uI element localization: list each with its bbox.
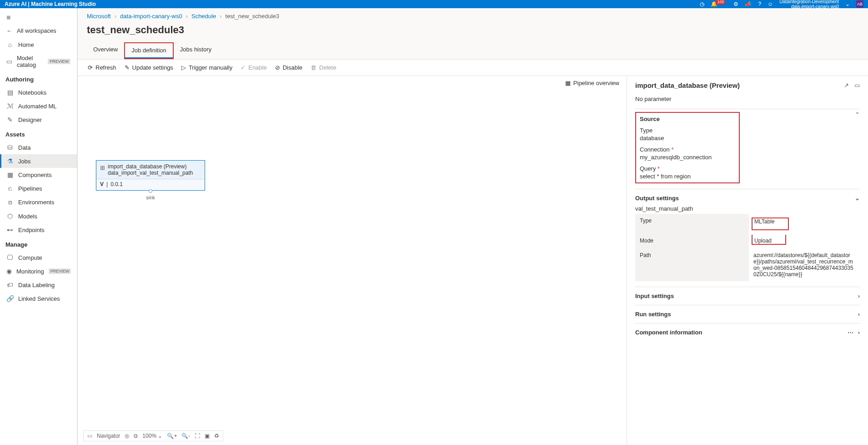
breadcrumb-link[interactable]: data-import-canary-ws0: [120, 13, 182, 20]
check-icon: ✓: [241, 64, 246, 71]
chevron-down-icon: ⌄: [855, 195, 860, 202]
canvas-footer: ▭ Navigator ◎ ⧉ 100% ⌄ 🔍+ 🔍- ⛶ ▣ ♻: [83, 430, 223, 441]
field-label: Connection *: [640, 146, 735, 153]
refresh-button[interactable]: ⟳Refresh: [88, 64, 116, 71]
section-title: Output settings: [635, 195, 679, 202]
sidebar-item-home[interactable]: ⌂ Home: [0, 38, 77, 51]
tab-jobs-history[interactable]: Jobs history: [174, 42, 218, 59]
zoom-in-icon[interactable]: 🔍+: [167, 433, 177, 439]
sidebar-item-environments[interactable]: ⧈Environments: [0, 195, 77, 209]
preview-badge: PREVIEW: [48, 59, 70, 64]
fit-icon[interactable]: ⛶: [195, 433, 200, 439]
chevron-right-icon: ›: [858, 329, 860, 336]
sidebar-item-compute[interactable]: 🖵Compute: [0, 251, 77, 264]
sink-port[interactable]: [149, 189, 152, 193]
sink-label: sink: [146, 195, 155, 200]
disable-button[interactable]: ⊘Disable: [275, 64, 302, 71]
target-icon[interactable]: ◎: [125, 433, 129, 439]
back-all-workspaces[interactable]: ← All workspaces: [0, 24, 77, 38]
app-title: Azure AI | Machine Learning Studio: [5, 1, 96, 7]
version-letter: V: [100, 181, 104, 187]
out-label: Path: [635, 248, 749, 281]
breadcrumb-link[interactable]: Schedule: [191, 13, 216, 20]
pipeline-node[interactable]: ⊞ import_data_database (Preview) data_im…: [96, 160, 205, 191]
sidebar-item-endpoints[interactable]: ⊷Endpoints: [0, 223, 77, 237]
section-manage: Manage: [0, 237, 77, 251]
tag-icon: 🏷: [6, 281, 14, 288]
endpoint-icon: ⊷: [6, 226, 14, 233]
autolayout-icon[interactable]: ♻: [214, 433, 219, 439]
sidebar-item-label: All workspaces: [17, 27, 56, 34]
tab-overview[interactable]: Overview: [87, 42, 124, 59]
zoom-dropdown[interactable]: 100% ⌄: [142, 433, 162, 439]
sidebar-item-label: Models: [18, 213, 37, 220]
output-name: val_test_manual_path: [635, 205, 860, 212]
sidebar-item-designer[interactable]: ✎Designer: [0, 113, 77, 126]
update-settings-button[interactable]: ✎Update settings: [125, 64, 173, 71]
run-settings-section[interactable]: Run settings ›: [635, 305, 860, 323]
section-title: Input settings: [635, 293, 674, 299]
workspace-switcher[interactable]: DataIntegration-Development data-import-…: [779, 0, 839, 9]
sidebar-item-pipelines[interactable]: ⎌Pipelines: [0, 182, 77, 195]
sidebar-item-label: Notebooks: [18, 89, 46, 96]
chevron-down-icon[interactable]: ⌄: [855, 108, 860, 115]
sidebar-item-models[interactable]: ⬡Models: [0, 209, 77, 223]
sidebar-item-label: Components: [18, 172, 52, 178]
chevron-down-icon[interactable]: ⌄: [845, 1, 850, 7]
sidebar-item-datalabeling[interactable]: 🏷Data Labeling: [0, 278, 77, 292]
refresh-icon: ⟳: [88, 64, 93, 71]
components-icon: ▦: [6, 171, 14, 178]
source-header[interactable]: Source: [640, 116, 735, 122]
btn-label: Update settings: [132, 64, 173, 71]
smiley-icon[interactable]: ☺: [768, 1, 773, 7]
field-label: Type: [640, 127, 735, 134]
node-title: import_data_database (Preview): [108, 163, 193, 170]
link-label: Pipeline overview: [573, 80, 619, 86]
avatar[interactable]: AB: [856, 0, 863, 8]
canvas[interactable]: ▦ Pipeline overview ⊞ import_data_databa…: [78, 76, 627, 445]
sidebar-item-linkedservices[interactable]: 🔗Linked Services: [0, 292, 77, 305]
out-value: MLTable: [749, 214, 860, 234]
sidebar-item-components[interactable]: ▦Components: [0, 168, 77, 182]
trash-icon: 🗑: [311, 64, 316, 71]
sidebar-item-jobs[interactable]: ⚗Jobs: [0, 154, 77, 168]
notification-icon[interactable]: 🔔100: [711, 1, 727, 7]
hamburger-icon[interactable]: ≡: [0, 12, 77, 24]
trigger-button[interactable]: ▷Trigger manually: [181, 64, 232, 71]
automl-icon: ℳ: [6, 102, 14, 110]
data-icon: ⛁: [6, 144, 14, 151]
node-subtitle: data_import_val_test_manual_path: [108, 170, 193, 176]
link-icon: 🔗: [6, 295, 14, 302]
output-settings-section: Output settings ⌄ val_test_manual_path T…: [635, 189, 860, 287]
sidebar-item-automl[interactable]: ℳAutomated ML: [0, 99, 77, 113]
output-header[interactable]: Output settings ⌄: [635, 195, 860, 202]
sidebar-item-data[interactable]: ⛁Data: [0, 141, 77, 154]
sidebar-item-monitoring[interactable]: ◉MonitoringPREVIEW: [0, 264, 77, 278]
sidebar-item-model-catalog[interactable]: ▭ Model catalog PREVIEW: [0, 51, 77, 71]
toolbar: ⟳Refresh ✎Update settings ▷Trigger manua…: [78, 60, 868, 76]
zoom-out-icon[interactable]: 🔍-: [181, 433, 190, 439]
expand-icon[interactable]: ↗: [844, 82, 849, 89]
input-settings-section[interactable]: Input settings ›: [635, 287, 860, 305]
zoom-value: 100%: [142, 433, 156, 439]
tab-job-definition[interactable]: Job definition: [125, 43, 173, 58]
actual-size-icon[interactable]: ▣: [205, 433, 210, 439]
component-info-section[interactable]: Component information ⋯ ›: [635, 323, 860, 341]
megaphone-icon[interactable]: 📣: [745, 1, 752, 7]
chevron-right-icon: ›: [858, 293, 860, 299]
sidebar-item-label: Linked Services: [18, 295, 60, 302]
gear-icon[interactable]: ⚙: [733, 1, 738, 7]
breadcrumb-link[interactable]: Microsoft: [87, 13, 111, 20]
map-icon[interactable]: ▭: [87, 433, 92, 439]
catalog-icon: ▭: [6, 58, 12, 65]
pipeline-overview-link[interactable]: ▦ Pipeline overview: [565, 80, 619, 86]
dock-icon[interactable]: ▭: [854, 82, 860, 89]
field-label: Query *: [640, 165, 735, 172]
screenshot-icon[interactable]: ⧉: [134, 433, 138, 439]
sidebar-item-label: Compute: [18, 254, 42, 261]
help-icon[interactable]: ?: [758, 1, 761, 7]
more-icon[interactable]: ⋯: [848, 329, 853, 336]
sidebar-item-notebooks[interactable]: ▤Notebooks: [0, 86, 77, 99]
tabs: Overview Job definition Jobs history: [78, 42, 868, 60]
clock-icon[interactable]: ◷: [700, 1, 704, 7]
